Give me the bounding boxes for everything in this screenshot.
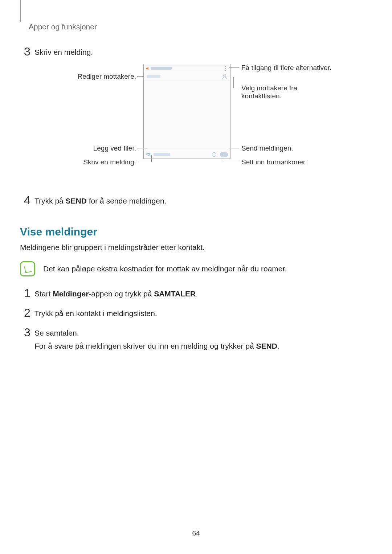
substep: For å svare på meldingen skriver du inn … (34, 342, 279, 350)
step-4: 4 Trykk på SEND for å sende meldingen. (20, 194, 367, 206)
note-row: Det kan påløpe ekstra kostnader for mott… (20, 261, 367, 276)
step-text: Start Meldinger-appen og trykk på SAMTAL… (34, 287, 198, 299)
step-number: 3 (20, 327, 34, 350)
callout-write-message: Skriv en melding. (64, 158, 136, 166)
text: Trykk på (34, 197, 66, 205)
bold-text: SEND (256, 342, 277, 350)
phone-input-row: 📎 (144, 150, 230, 159)
callout-edit-recipients: Rediger mottakere. (60, 73, 136, 81)
more-icon: ⋮ (223, 65, 228, 71)
step-text: Se samtalen. For å svare på meldingen sk… (34, 327, 279, 350)
text: Se samtalen. (34, 329, 79, 337)
phone-recipient-row (144, 72, 230, 81)
text: Start (34, 290, 53, 298)
callout-line (229, 148, 239, 148)
callout-line (137, 76, 143, 77)
step-text: Trykk på SEND for å sende meldingen. (34, 194, 166, 206)
callout-more-options: Få tilgang til flere alternativer. (241, 64, 331, 72)
callout-line (137, 162, 151, 162)
input-placeholder (154, 153, 170, 156)
breadcrumb: Apper og funksjoner (29, 11, 367, 31)
callout-line (228, 77, 233, 77)
note-text: Det kan påløpe ekstra kostnader for mott… (43, 264, 287, 273)
text: for å sende meldingen. (87, 197, 166, 205)
emoticon-icon (212, 152, 216, 157)
page-number: 64 (0, 529, 392, 537)
contact-icon (222, 74, 227, 79)
callout-line (137, 148, 146, 148)
phone-topbar: ◂ ⋮ (144, 64, 230, 72)
callout-send-message: Send meldingen. (241, 144, 293, 152)
step-number: 1 (20, 287, 34, 299)
section-paragraph: Meldingene blir gruppert i meldingstråde… (20, 243, 367, 252)
callout-line (222, 155, 222, 162)
text: . (196, 290, 198, 298)
step-text: Trykk på en kontakt i meldingslisten. (34, 307, 157, 319)
phone-screenshot: ◂ ⋮ 📎 (143, 64, 230, 159)
vstep-3: 3 Se samtalen. For å svare på meldingen … (20, 327, 367, 350)
step-number: 4 (20, 194, 34, 206)
side-rule (20, 0, 21, 22)
view-steps: 1 Start Meldinger-appen og trykk på SAMT… (20, 287, 367, 350)
phone-body (144, 81, 230, 150)
bold-text: SEND (66, 197, 87, 205)
bold-text: Meldinger (53, 290, 89, 298)
pencil-icon (24, 265, 32, 273)
callout-insert-emoticons: Sett inn humørikoner. (241, 158, 307, 166)
bold-text: SAMTALER (154, 290, 196, 298)
step-text: Skriv en melding. (34, 46, 93, 57)
back-icon: ◂ (146, 65, 148, 71)
callout-attach-files: Legg ved filer. (71, 144, 136, 152)
text: For å svare på meldingen skriver du inn … (34, 342, 256, 350)
vstep-2: 2 Trykk på en kontakt i meldingslisten. (20, 307, 367, 319)
callout-line (222, 162, 239, 162)
callout-select-recipients: Velg mottakere fra kontaktlisten. (241, 84, 318, 100)
callout-line (151, 155, 152, 162)
vstep-1: 1 Start Meldinger-appen og trykk på SAMT… (20, 287, 367, 299)
step-number: 3 (20, 46, 34, 57)
recipient-placeholder (147, 75, 160, 78)
title-placeholder (151, 67, 172, 70)
text: -appen og trykk på (89, 290, 154, 298)
callout-line (229, 67, 239, 68)
text: . (277, 342, 279, 350)
message-diagram: ◂ ⋮ 📎 Rediger mottakere. Legg ved filer.… (20, 64, 367, 173)
send-icon (220, 152, 228, 157)
callout-line (233, 77, 234, 88)
step-number: 2 (20, 307, 34, 319)
section-heading: Vise meldinger (20, 226, 367, 238)
callout-line (233, 88, 239, 88)
step-3: 3 Skriv en melding. (20, 46, 367, 57)
note-icon (20, 261, 35, 276)
